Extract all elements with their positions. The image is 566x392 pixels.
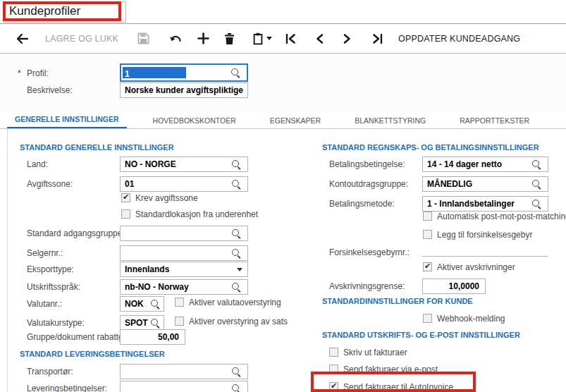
aktiver-valutaoverstyring-checkbox-row[interactable]: Aktiver valutaoverstyring — [175, 298, 281, 307]
webhook-checkbox-row[interactable]: Webhook-melding — [423, 314, 505, 324]
back-icon — [16, 32, 30, 45]
chevron-down-icon[interactable] — [237, 268, 242, 271]
send-autoinvoice-checkbox[interactable] — [329, 382, 338, 391]
betalingsmetode-field[interactable]: 1 - Innlandsbetalinger — [422, 196, 548, 212]
aktiver-avskrivninger-checkbox[interactable] — [423, 262, 432, 271]
standardlokasjon-checkbox-row[interactable]: Standardlokasjon fra underenhet — [121, 209, 258, 219]
trash-icon — [224, 32, 235, 45]
auto-matching-checkbox[interactable] — [423, 212, 432, 221]
utskriftssprak-field[interactable]: nb-NO - Norway — [120, 279, 248, 295]
legg-til-gebyr-checkbox[interactable] — [423, 230, 432, 239]
tab-hovedbokskontoer[interactable]: HOVEDBOKSKONTOER — [145, 111, 244, 129]
first-record-button[interactable] — [285, 24, 297, 53]
forsinkelsesgebyrnr-field — [422, 256, 548, 257]
transportor-label: Transportør: — [27, 367, 73, 376]
aktiver-overstyring-sats-checkbox-row[interactable]: Aktiver overstyring av sats — [175, 317, 288, 326]
section-standard-regnskaps-og-betalingsinnstillinger: STANDARD REGNSKAPS- OG BETALINGSINNSTILL… — [322, 143, 539, 152]
avskrivningsgrense-field[interactable]: 10,0000 — [422, 278, 486, 294]
search-icon[interactable] — [232, 384, 242, 392]
search-icon[interactable] — [532, 200, 542, 209]
transportor-field[interactable] — [120, 364, 248, 379]
update-customer-access-button[interactable]: OPPDATER KUNDEADGANG — [398, 24, 520, 53]
valutanr-field[interactable]: NOK — [120, 296, 164, 312]
search-icon[interactable] — [151, 300, 161, 310]
first-record-icon — [285, 33, 297, 44]
adgangsgruppe-field[interactable] — [120, 226, 248, 241]
tab-blankettstyring[interactable]: BLANKETTSTYRING — [347, 111, 433, 129]
webhook-checkbox[interactable] — [423, 314, 432, 323]
undo-button[interactable] — [168, 24, 183, 53]
standardlokasjon-checkbox[interactable] — [121, 209, 130, 219]
profil-value: 1 — [123, 69, 130, 79]
eksporttype-select[interactable]: Innenlands — [120, 262, 248, 277]
kontoutdragsgruppe-label: Kontoutdragsgruppe: — [329, 179, 408, 189]
legg-til-gebyr-checkbox-row[interactable]: Legg til forsinkelsesgebyr — [423, 230, 532, 240]
search-icon[interactable] — [232, 180, 242, 190]
land-field[interactable]: NO - NORGE — [120, 157, 248, 172]
next-record-button[interactable] — [343, 24, 352, 53]
standardlokasjon-label: Standardlokasjon fra underenhet — [135, 209, 258, 219]
save-button[interactable] — [137, 24, 149, 53]
save-icon — [137, 32, 149, 44]
section-standard-utskrifts-og-epost-innstillinger: STANDARD UTSKRIFTS- OG E-POST INNSTILLIN… — [322, 331, 520, 339]
skriv-ut-fakturaer-checkbox-row[interactable]: Skriv ut fakturaer — [329, 348, 407, 357]
save-and-close-button[interactable]: LAGRE OG LUKK — [45, 24, 118, 53]
search-icon[interactable] — [151, 319, 161, 329]
delete-button[interactable] — [224, 24, 235, 53]
betalingsmetode-value: 1 - Innlandsbetalinger — [427, 199, 515, 209]
aktiver-overstyring-sats-checkbox[interactable] — [175, 317, 184, 326]
plus-icon — [197, 32, 209, 44]
section-standard-generelle-innstillinger: STANDARD GENERELLE INNSTILLINGER — [20, 143, 174, 152]
send-fakturaer-epost-label: Send fakturaer via e-post — [343, 365, 438, 374]
skriv-ut-fakturaer-checkbox[interactable] — [329, 348, 338, 357]
toolbar: LAGRE OG LUKK — [0, 24, 566, 53]
search-icon[interactable] — [232, 229, 242, 239]
krev-avgiftssone-checkbox[interactable] — [121, 193, 130, 202]
send-fakturaer-epost-checkbox[interactable] — [329, 365, 338, 374]
aktiver-avskrivninger-checkbox-row[interactable]: Aktiver avskrivninger — [423, 262, 515, 272]
land-value: NO - NORGE — [125, 159, 176, 169]
betalingsbetingelse-field[interactable]: 14 - 14 dager netto — [422, 157, 548, 172]
search-icon[interactable] — [232, 160, 242, 170]
avgiftssone-field[interactable]: 01 — [120, 176, 248, 192]
krev-avgiftssone-checkbox-row[interactable]: Krev avgiftssone — [121, 193, 198, 203]
tab-egenskaper[interactable]: EGENSKAPER — [262, 111, 328, 129]
last-record-button[interactable] — [371, 24, 383, 53]
selgernr-field[interactable] — [120, 245, 248, 261]
add-button[interactable] — [197, 24, 209, 53]
undo-icon — [168, 33, 183, 44]
betalingsmetode-label: Betalingsmetode: — [329, 199, 395, 209]
skriv-ut-fakturaer-label: Skriv ut fakturaer — [343, 348, 407, 357]
beskrivelse-field[interactable]: Norske kunder avgiftspliktige — [120, 82, 248, 98]
leveringsbetingelser-label: Leveringsbetingelser: — [27, 384, 107, 392]
previous-record-button[interactable] — [315, 24, 324, 53]
webhook-label: Webhook-melding — [437, 314, 505, 324]
back-button[interactable] — [16, 24, 30, 53]
annotation-box-title: Kundeprofiler — [3, 1, 121, 21]
clipboard-menu-button[interactable] — [253, 24, 272, 53]
required-marker: * — [18, 68, 21, 78]
rabattgruppe-label: Gruppe/dokument rabattg... — [27, 332, 130, 342]
search-icon[interactable] — [231, 68, 241, 78]
tab-generelle-innstillinger[interactable]: GENERELLE INNSTILLINGER — [7, 111, 127, 129]
aktiver-valutaoverstyring-checkbox[interactable] — [175, 298, 184, 307]
tab-rapporttekster[interactable]: RAPPORTTEKSTER — [452, 111, 537, 129]
search-icon[interactable] — [532, 160, 542, 170]
rabattgruppe-value: 50,00 — [158, 332, 179, 342]
send-fakturaer-epost-checkbox-row[interactable]: Send fakturaer via e-post — [329, 365, 438, 374]
tabs-divider — [0, 128, 566, 129]
auto-matching-checkbox-row[interactable]: Automatisk post-mot-post-matching — [423, 212, 566, 221]
valutakurstype-value: SPOT — [125, 318, 148, 328]
search-icon[interactable] — [232, 283, 242, 293]
kontoutdragsgruppe-field[interactable]: MÅNEDLIG — [422, 176, 548, 192]
valutakurstype-field[interactable]: SPOT — [120, 315, 164, 331]
search-icon[interactable] — [232, 249, 242, 259]
leveringsbetingelser-field[interactable] — [120, 381, 248, 392]
profil-field[interactable]: 1 — [120, 63, 248, 82]
chevron-down-icon — [266, 37, 272, 40]
search-icon[interactable] — [232, 367, 242, 377]
avskrivningsgrense-value: 10,0000 — [449, 281, 479, 291]
rabattgruppe-field[interactable]: 50,00 — [120, 329, 185, 345]
send-autoinvoice-checkbox-row[interactable]: Send fakturaer til AutoInvoice — [329, 382, 453, 392]
search-icon[interactable] — [532, 180, 542, 190]
